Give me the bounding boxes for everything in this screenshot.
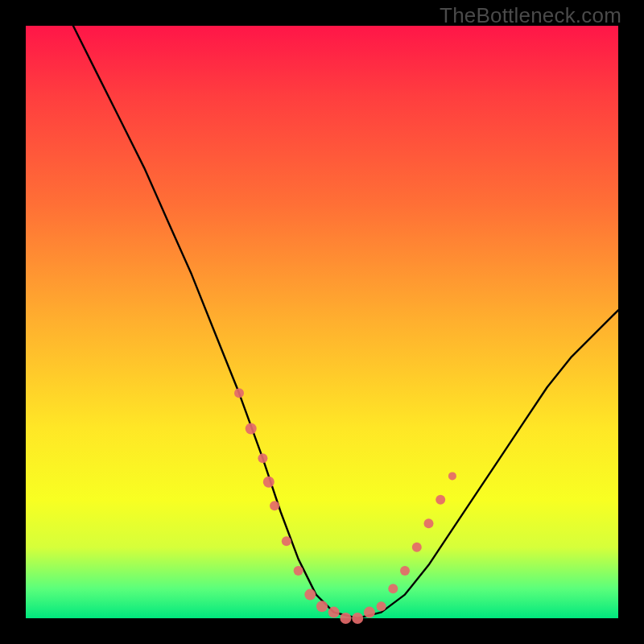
marker-dot	[294, 566, 303, 576]
marker-dot	[340, 613, 351, 624]
marker-dot	[388, 584, 398, 593]
marker-dot	[424, 518, 434, 528]
marker-dot	[234, 388, 244, 398]
marker-dot	[400, 566, 410, 576]
chart-plot-area	[26, 26, 618, 618]
marker-dot	[364, 607, 375, 618]
marker-dot	[448, 472, 456, 480]
marker-dot	[352, 613, 363, 624]
marker-dot	[263, 477, 275, 488]
marker-dot	[328, 607, 340, 618]
brand-watermark: TheBottleneck.com	[440, 3, 621, 28]
marker-dot	[282, 536, 291, 546]
chart-svg	[26, 26, 618, 618]
marker-dot	[316, 601, 328, 612]
chart-frame: TheBottleneck.com	[0, 0, 644, 644]
marker-dot	[304, 589, 316, 601]
bottleneck-curve	[73, 26, 618, 618]
marker-layer	[234, 388, 456, 624]
marker-dot	[377, 601, 386, 611]
marker-dot	[246, 423, 257, 435]
marker-dot	[412, 543, 422, 552]
marker-dot	[270, 501, 279, 510]
curve-layer	[73, 26, 618, 618]
marker-dot	[258, 453, 267, 463]
marker-dot	[436, 495, 445, 505]
